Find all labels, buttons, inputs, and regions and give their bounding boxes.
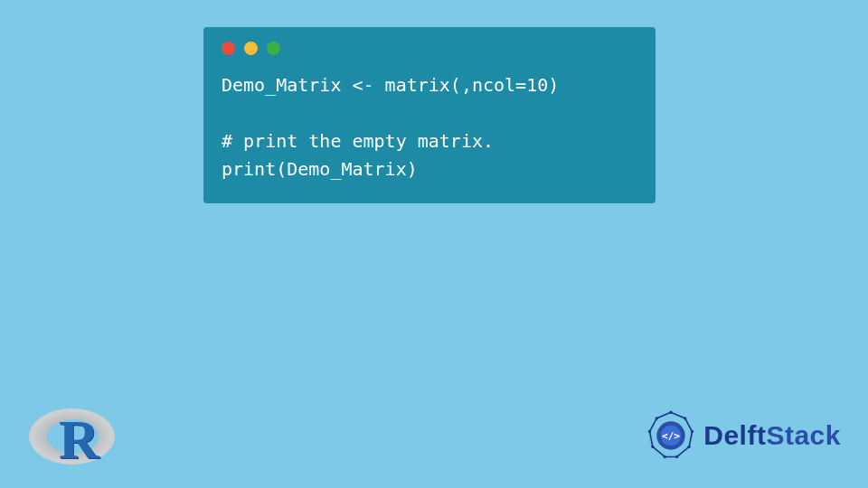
r-language-logo: R	[29, 404, 115, 472]
svg-point-4	[670, 411, 673, 414]
delftstack-logo-icon: </>	[646, 410, 696, 461]
svg-point-11	[648, 430, 651, 433]
r-logo-letter: R	[59, 411, 99, 467]
delftstack-text: DelftStack	[703, 420, 841, 451]
svg-point-6	[691, 430, 693, 433]
svg-point-10	[651, 446, 654, 448]
code-line-1: Demo_Matrix <- matrix(,ncol=10)	[222, 74, 559, 96]
code-line-3: # print the empty matrix.	[222, 130, 494, 152]
code-line-4: print(Demo_Matrix)	[222, 158, 418, 180]
svg-point-8	[675, 455, 678, 458]
svg-point-5	[684, 417, 686, 419]
code-window: Demo_Matrix <- matrix(,ncol=10) # print …	[203, 27, 656, 203]
brand-part2: Stack	[766, 420, 841, 450]
close-icon	[222, 42, 235, 55]
svg-point-9	[664, 455, 666, 458]
delftstack-brand: </> DelftStack	[646, 410, 841, 461]
svg-text:</>: </>	[662, 430, 680, 442]
svg-point-12	[656, 417, 658, 419]
maximize-icon	[267, 42, 280, 55]
brand-part1: Delft	[703, 420, 766, 450]
svg-point-7	[688, 446, 691, 448]
minimize-icon	[244, 42, 258, 55]
code-block: Demo_Matrix <- matrix(,ncol=10) # print …	[222, 71, 637, 183]
window-title-bar	[222, 42, 637, 55]
